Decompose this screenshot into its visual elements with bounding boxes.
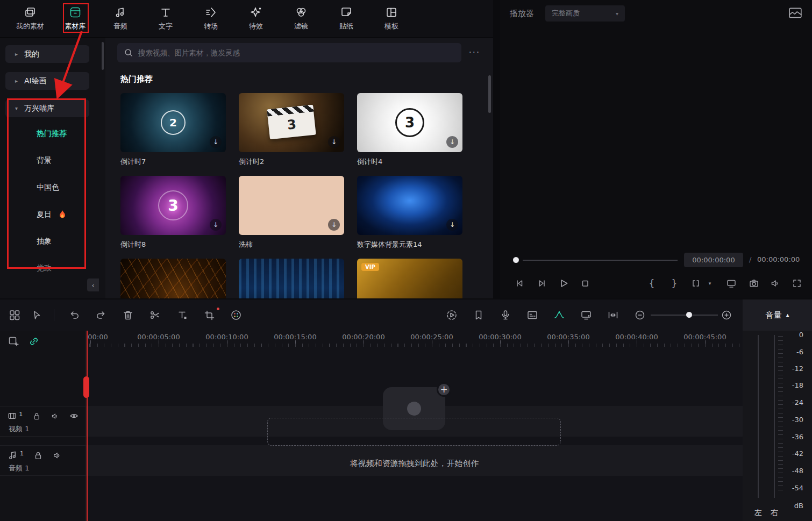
- volume-slider-left[interactable]: [758, 335, 759, 498]
- play-button[interactable]: [557, 277, 570, 290]
- volume-scale-label: -18: [792, 381, 803, 389]
- sidebar-item-party-gov[interactable]: 党政: [0, 255, 105, 282]
- tab-my-media[interactable]: 我的素材: [8, 2, 53, 35]
- screen-record-icon[interactable]: [580, 309, 592, 321]
- media-item[interactable]: ↓ 洗柿: [239, 176, 344, 249]
- zoom-slider-track[interactable]: [651, 315, 718, 316]
- stop-button[interactable]: [579, 277, 592, 290]
- snapshot-camera-button[interactable]: [747, 277, 760, 290]
- color-palette-icon[interactable]: [230, 309, 242, 321]
- playhead-handle[interactable]: [83, 376, 89, 398]
- download-icon[interactable]: ↓: [446, 136, 458, 148]
- sidebar-item-chinese-color[interactable]: 中国色: [0, 174, 105, 201]
- download-icon[interactable]: ↓: [210, 219, 222, 231]
- select-cursor-icon[interactable]: [31, 310, 42, 320]
- scrubber-handle[interactable]: [513, 257, 519, 263]
- media-item[interactable]: 2 ↓ 倒计时7: [120, 93, 226, 166]
- lock-icon[interactable]: [32, 411, 41, 421]
- media-item[interactable]: 3 ↓ 倒计时2: [239, 93, 344, 166]
- media-item[interactable]: 3 ↓ 倒计时8: [120, 176, 226, 249]
- sidebar-item-abstract[interactable]: 抽象: [0, 228, 105, 255]
- render-preview-icon[interactable]: [446, 309, 458, 321]
- mark-out-button[interactable]: }: [668, 277, 681, 290]
- media-thumbnail: [239, 259, 344, 298]
- media-item[interactable]: 3 ↓ 倒计时4: [357, 93, 462, 166]
- keyframe-curve-icon[interactable]: [553, 309, 565, 321]
- quality-label: 完整画质: [552, 9, 616, 18]
- sidebar-scrollbar[interactable]: [102, 42, 104, 70]
- search-bar[interactable]: [117, 43, 461, 62]
- sidebar-item-background[interactable]: 背景: [0, 147, 105, 174]
- fit-timeline-icon[interactable]: [607, 309, 619, 321]
- delete-icon[interactable]: [122, 309, 134, 321]
- add-media-to-track-icon[interactable]: [8, 336, 19, 347]
- display-device-button[interactable]: [725, 277, 738, 290]
- volume-slider-right[interactable]: [774, 335, 775, 498]
- sidebar-group-mine[interactable]: ▸ 我的: [5, 45, 89, 63]
- sidebar-item-label: 热门推荐: [37, 129, 67, 139]
- sidebar-group-stock-library[interactable]: ▾ 万兴喵库: [5, 99, 89, 117]
- video-track-header[interactable]: 1 视频 1: [0, 406, 86, 437]
- download-icon[interactable]: ↓: [328, 136, 340, 148]
- sidebar-item-hot-recommend[interactable]: 热门推荐: [0, 120, 105, 147]
- media-dropzone[interactable]: [267, 418, 561, 446]
- eye-icon[interactable]: [69, 411, 79, 421]
- chevron-right-icon: ▸: [15, 51, 18, 57]
- zoom-out-icon[interactable]: [634, 309, 646, 321]
- tab-templates[interactable]: 模板: [369, 2, 414, 35]
- mark-in-button[interactable]: {: [645, 277, 658, 290]
- next-frame-button[interactable]: [536, 277, 549, 290]
- marker-icon[interactable]: [473, 309, 485, 321]
- track-manager-icon[interactable]: [9, 309, 20, 321]
- media-item[interactable]: [120, 259, 226, 298]
- voiceover-mic-icon[interactable]: [500, 309, 511, 321]
- media-item[interactable]: [239, 259, 344, 298]
- scrubber-track[interactable]: [523, 260, 678, 261]
- tab-effects[interactable]: 特效: [233, 2, 279, 35]
- tab-text[interactable]: 文字: [143, 2, 188, 35]
- undo-icon[interactable]: [69, 309, 81, 321]
- text-icon: [159, 6, 172, 19]
- audio-track-header[interactable]: 1 音频 1: [0, 445, 86, 476]
- media-scrollbar[interactable]: [488, 75, 491, 113]
- mute-speaker-button[interactable]: [769, 277, 782, 290]
- lock-icon[interactable]: [33, 451, 43, 460]
- quality-dropdown[interactable]: 完整画质 ▾: [545, 5, 625, 22]
- download-icon[interactable]: ↓: [328, 219, 340, 231]
- media-item[interactable]: VIP: [357, 259, 462, 298]
- tab-label: 我的素材: [16, 22, 44, 31]
- media-thumbnail: VIP: [357, 259, 462, 298]
- zoom-slider-handle[interactable]: [686, 312, 692, 318]
- split-scissors-icon[interactable]: [149, 309, 161, 321]
- media-item[interactable]: ↓ 数字媒体背景元素14: [357, 176, 462, 249]
- preview-background-icon[interactable]: [788, 7, 802, 19]
- speaker-icon[interactable]: [51, 411, 60, 421]
- search-input[interactable]: [138, 48, 455, 57]
- in-out-range-button[interactable]: [689, 277, 702, 290]
- auto-ripple-link-icon[interactable]: [28, 336, 40, 347]
- previous-frame-button[interactable]: [513, 277, 526, 290]
- more-options-icon[interactable]: ···: [469, 47, 480, 58]
- tab-transition[interactable]: 转场: [188, 2, 233, 35]
- quick-text-icon[interactable]: [176, 309, 188, 321]
- tab-filters[interactable]: 滤镜: [279, 2, 324, 35]
- playhead-line[interactable]: [87, 331, 88, 521]
- download-icon[interactable]: ↓: [210, 136, 222, 148]
- tab-stock-media[interactable]: 素材库: [53, 2, 98, 35]
- redo-icon[interactable]: [95, 309, 106, 321]
- volume-panel-toggle[interactable]: 音量 ▲: [743, 299, 812, 331]
- tab-stickers[interactable]: 贴纸: [324, 2, 369, 35]
- sidebar-group-ai-painting[interactable]: ▸ AI绘画: [5, 72, 89, 90]
- chevron-down-icon[interactable]: ▾: [703, 277, 716, 290]
- volume-scale-label: -48: [792, 467, 803, 475]
- subtitle-icon[interactable]: [526, 309, 538, 321]
- fullscreen-button[interactable]: [790, 277, 803, 290]
- crop-icon[interactable]: [203, 309, 215, 321]
- speaker-icon[interactable]: [53, 451, 62, 460]
- sidebar-item-summer[interactable]: 夏日: [0, 201, 105, 228]
- tab-audio[interactable]: 音频: [98, 2, 143, 35]
- zoom-in-icon[interactable]: [721, 309, 732, 321]
- download-icon[interactable]: ↓: [446, 219, 458, 231]
- filmora-app-window: 我的素材 素材库 音频 文字 转场 特效 滤镜 贴纸: [0, 0, 812, 521]
- sidebar-collapse-button[interactable]: ‹: [87, 279, 99, 291]
